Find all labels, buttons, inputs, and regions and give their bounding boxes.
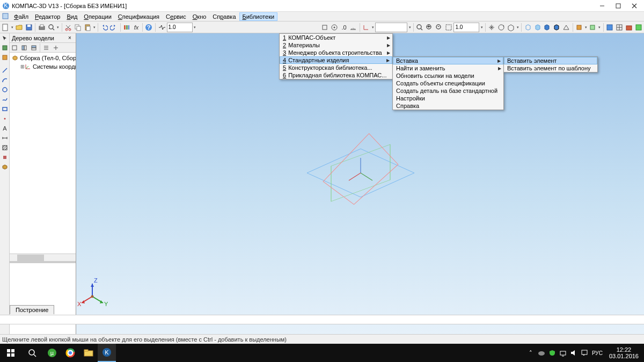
new-dropdown[interactable]: ▾ — [11, 22, 14, 33]
menu-operations[interactable]: Операции — [80, 12, 114, 21]
step-mode-button[interactable] — [157, 22, 166, 33]
menu-service[interactable]: Сервис — [163, 12, 189, 21]
lt-point[interactable] — [0, 114, 10, 124]
tree-tb-2[interactable] — [19, 43, 29, 53]
menu-file[interactable]: Файл — [11, 12, 32, 21]
preview-button[interactable] — [47, 22, 56, 33]
lt-rect[interactable] — [0, 104, 10, 114]
dd2-item-6[interactable]: Справка — [393, 102, 503, 110]
orient-dropdown[interactable]: ▾ — [516, 22, 520, 33]
libmgr-button[interactable] — [122, 22, 131, 33]
snap-button[interactable] — [330, 22, 339, 33]
tree-content[interactable]: Сборка (Тел-0, Сбороч ⊞ Системы координа… — [10, 53, 76, 254]
dd2-item-1[interactable]: Найти и заменить▶ — [393, 64, 503, 72]
lt-dim[interactable] — [0, 133, 10, 143]
dd2-item-4[interactable]: Создать деталь на базе стандартной — [393, 87, 503, 95]
wireframe-button[interactable] — [523, 22, 532, 33]
minimize-button[interactable] — [595, 1, 610, 11]
menu-help[interactable]: Справка — [209, 12, 239, 21]
lt-text[interactable]: A — [0, 124, 10, 133]
command-bar[interactable] — [0, 315, 644, 324]
cs-input[interactable] — [375, 23, 407, 32]
start-button[interactable] — [0, 344, 21, 362]
tree-tb-4[interactable] — [41, 43, 51, 53]
lt-spline[interactable] — [0, 95, 10, 104]
lt-arc[interactable] — [0, 75, 10, 85]
redo-button[interactable] — [109, 22, 119, 33]
zoom-dropdown[interactable]: ▾ — [480, 22, 484, 33]
simplified-button[interactable] — [574, 22, 583, 33]
shaded-button[interactable] — [543, 22, 552, 33]
tray-onedrive-icon[interactable] — [536, 344, 547, 362]
open-button[interactable] — [15, 22, 24, 33]
hidden-lines-button[interactable] — [533, 22, 542, 33]
zoom-fit-button[interactable] — [415, 22, 425, 33]
lt-aux[interactable] — [0, 153, 10, 162]
tree-tb-1[interactable] — [10, 43, 19, 53]
section-button[interactable] — [588, 22, 597, 33]
zoom-in-button[interactable]: + — [425, 22, 434, 33]
ortho-button[interactable] — [320, 22, 329, 33]
preview-dropdown[interactable]: ▾ — [56, 22, 60, 33]
step-input-1[interactable] — [167, 23, 193, 32]
lt-3d[interactable] — [0, 162, 10, 172]
lt-circle[interactable] — [0, 85, 10, 95]
round-button[interactable]: .0 — [339, 22, 348, 33]
lt-add[interactable] — [0, 53, 10, 62]
menu-libraries[interactable]: Библиотеки — [239, 12, 278, 21]
rebuild-button[interactable] — [614, 22, 624, 33]
dd1-item-3[interactable]: 4Стандартные изделия▶ — [280, 56, 392, 64]
zoom-out-button[interactable]: - — [435, 22, 444, 33]
simplified-dropdown[interactable]: ▾ — [584, 22, 588, 33]
dd1-item-1[interactable]: 2Материалы▶ — [280, 41, 392, 49]
more-button[interactable] — [634, 22, 643, 33]
dd2-item-3[interactable]: Создать объекты спецификации — [393, 79, 503, 87]
lcs-dropdown[interactable]: ▾ — [371, 22, 375, 33]
refresh-button[interactable] — [605, 22, 614, 33]
dd2-item-0[interactable]: Вставка▶ — [393, 57, 503, 64]
maximize-button[interactable] — [611, 1, 626, 11]
tray-volume-icon[interactable] — [568, 344, 579, 362]
rotate-button[interactable] — [497, 22, 506, 33]
lt-edit[interactable] — [0, 43, 10, 53]
dd3-item-1[interactable]: Вставить элемент по шаблону — [504, 64, 597, 72]
step1-dropdown[interactable]: ▾ — [193, 22, 197, 33]
tray-shield-icon[interactable] — [547, 344, 558, 362]
dd2-item-2[interactable]: Обновить ссылки на модели — [393, 72, 503, 79]
tree-tb-3[interactable] — [29, 43, 39, 53]
print-button[interactable] — [37, 22, 46, 33]
dd1-item-5[interactable]: 6Прикладная библиотека КОМПАС... — [280, 71, 392, 79]
lt-select[interactable] — [0, 33, 10, 43]
paste-button[interactable] — [83, 22, 92, 33]
lt-line[interactable] — [0, 66, 10, 75]
dd1-item-0[interactable]: 1КОМПАС-Объект▶ — [280, 34, 392, 41]
cs-dropdown[interactable]: ▾ — [408, 22, 412, 33]
store-button[interactable] — [624, 22, 633, 33]
task-utorrent[interactable]: µ — [43, 344, 61, 362]
dd1-item-2[interactable]: 3Менеджер объекта строительства▶ — [280, 49, 392, 56]
copy-button[interactable] — [73, 22, 82, 33]
tray-network-icon[interactable] — [558, 344, 568, 362]
dd2-item-5[interactable]: Настройки — [393, 95, 503, 102]
dd3-item-0[interactable]: Вставить элемент — [504, 57, 597, 64]
menu-spec[interactable]: Спецификация — [115, 12, 163, 21]
menu-window[interactable]: Окно — [189, 12, 210, 21]
help-button[interactable]: ? — [144, 22, 153, 33]
save-button[interactable] — [25, 22, 34, 33]
undo-button[interactable] — [100, 22, 109, 33]
zoom-window-button[interactable] — [444, 22, 453, 33]
paste-dropdown[interactable]: ▾ — [92, 22, 96, 33]
zoom-input[interactable] — [453, 23, 479, 32]
shaded-edges-button[interactable] — [552, 22, 561, 33]
new-button[interactable] — [1, 22, 10, 33]
cut-button[interactable] — [64, 22, 73, 33]
tree-child-item[interactable]: ⊞ Системы координат — [11, 62, 75, 71]
search-button[interactable] — [21, 344, 43, 362]
tray-clock[interactable]: 12:22 03.01.2016 — [605, 346, 643, 359]
close-button[interactable] — [627, 1, 642, 11]
task-explorer[interactable] — [79, 344, 98, 362]
lt-hatch[interactable] — [0, 143, 10, 153]
task-kompas[interactable]: K — [98, 344, 116, 362]
tray-up-icon[interactable]: ˄ — [525, 344, 536, 362]
3d-viewport[interactable]: Z Y X 1КОМПАС-Объект▶ 2Материалы▶ 3Менед… — [76, 33, 644, 344]
